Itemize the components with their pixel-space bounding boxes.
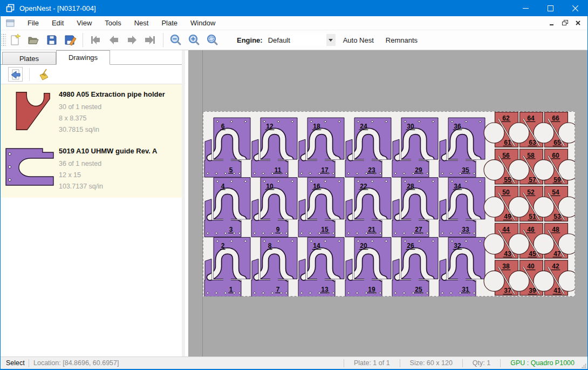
- svg-text:13: 13: [321, 286, 329, 293]
- engine-dropdown-button[interactable]: [326, 34, 336, 46]
- svg-text:8: 8: [268, 242, 272, 250]
- status-qty: Qty: 1: [467, 359, 496, 367]
- zoom-in-button[interactable]: [185, 32, 203, 48]
- resize-grip[interactable]: [580, 357, 587, 369]
- svg-text:10: 10: [266, 183, 274, 190]
- menu-edit[interactable]: Edit: [45, 17, 70, 29]
- menu-bar: File Edit View Tools Nest Plate Window: [1, 16, 587, 30]
- list-item[interactable]: 5019 A10 UHMW guide Rev. A 36 of 1 neste…: [1, 141, 182, 198]
- svg-text:14: 14: [313, 242, 320, 250]
- nest-canvas[interactable]: 6512111817242330293635431091615222128273…: [188, 50, 587, 356]
- drawing-nested: 36 of 1 nested: [59, 158, 157, 170]
- svg-text:30: 30: [407, 123, 414, 130]
- panel-toolbar: [1, 65, 182, 84]
- remnants-button[interactable]: Remnants: [381, 33, 422, 47]
- zoom-out-button[interactable]: [167, 32, 185, 48]
- engine-label: Engine:: [237, 36, 263, 44]
- red-part-row[interactable]: 626164636665: [484, 112, 575, 147]
- main-toolbar: Engine: Default Auto Nest Remnants: [1, 30, 587, 50]
- svg-text:3: 3: [229, 226, 233, 233]
- clean-button[interactable]: [37, 67, 51, 82]
- list-item[interactable]: 4980 A05 Extraction pipe holder 30 of 1 …: [1, 84, 182, 141]
- svg-text:9: 9: [276, 226, 280, 233]
- svg-text:22: 22: [360, 183, 367, 190]
- svg-text:64: 64: [527, 115, 535, 122]
- maximize-icon: [548, 5, 553, 11]
- menu-window[interactable]: Window: [184, 17, 222, 29]
- svg-text:45: 45: [529, 250, 536, 258]
- nav-last-button[interactable]: [141, 32, 160, 48]
- resize-grip-icon: [582, 364, 586, 368]
- svg-text:53: 53: [553, 213, 561, 220]
- svg-text:59: 59: [553, 176, 561, 184]
- svg-text:12: 12: [266, 123, 274, 130]
- save-as-button[interactable]: [61, 32, 79, 48]
- nav-prev-button[interactable]: [105, 32, 123, 48]
- svg-text:48: 48: [552, 226, 559, 233]
- red-part-row[interactable]: 504952515453: [484, 186, 575, 221]
- mdi-system-icon[interactable]: [6, 19, 15, 27]
- svg-text:57: 57: [529, 176, 536, 184]
- plate-view[interactable]: 6512111817242330293635431091615222128273…: [203, 111, 575, 297]
- svg-text:7: 7: [276, 286, 280, 293]
- mdi-minimize-button[interactable]: [546, 18, 557, 28]
- app-icon: [6, 4, 15, 12]
- svg-text:18: 18: [313, 123, 320, 130]
- save-as-icon: [64, 33, 77, 46]
- nav-next-icon: [126, 33, 139, 46]
- minimize-button[interactable]: [513, 0, 538, 16]
- app-window: OpenNest - [N0317-004] File Edit View To…: [0, 0, 588, 370]
- svg-text:31: 31: [462, 286, 469, 293]
- mdi-restore-icon: [562, 20, 568, 26]
- save-button[interactable]: [43, 32, 61, 48]
- menu-file[interactable]: File: [21, 17, 45, 29]
- engine-select[interactable]: Default: [268, 34, 326, 46]
- svg-text:42: 42: [552, 263, 559, 270]
- menu-tools[interactable]: Tools: [98, 17, 127, 29]
- close-button[interactable]: [563, 0, 587, 16]
- auto-nest-button[interactable]: Auto Nest: [339, 33, 378, 47]
- mdi-restore-button[interactable]: [559, 18, 570, 28]
- svg-text:4: 4: [221, 183, 225, 190]
- nav-prev-icon: [107, 33, 120, 46]
- red-part-row[interactable]: 444346454847: [484, 223, 575, 258]
- svg-text:41: 41: [553, 287, 561, 294]
- menu-plate[interactable]: Plate: [155, 17, 184, 29]
- mdi-minimize-icon: [549, 21, 555, 26]
- svg-text:49: 49: [504, 213, 511, 220]
- nav-first-icon: [89, 33, 102, 46]
- toolbar-grip[interactable]: [2, 33, 6, 47]
- svg-text:26: 26: [407, 242, 414, 250]
- svg-text:50: 50: [502, 189, 510, 196]
- svg-text:43: 43: [504, 250, 511, 258]
- drawing-area: 30.7815 sq/in: [59, 124, 165, 136]
- mdi-close-icon: [576, 21, 580, 25]
- open-button[interactable]: [24, 32, 43, 48]
- new-document-icon: [9, 33, 22, 46]
- status-size: Size: 60 x 120: [405, 359, 458, 367]
- svg-text:15: 15: [321, 226, 329, 233]
- drawing-size: 12 x 15: [59, 170, 157, 181]
- red-part-row[interactable]: 565558576059: [484, 149, 575, 184]
- svg-text:34: 34: [454, 183, 461, 190]
- window-title: OpenNest - [N0317-004]: [19, 4, 513, 12]
- svg-text:47: 47: [553, 250, 561, 258]
- zoom-fit-icon: [206, 33, 219, 46]
- part-thumbnail-purple: [5, 147, 54, 186]
- mdi-close-button[interactable]: [572, 18, 583, 28]
- save-icon: [45, 33, 58, 46]
- nav-first-button[interactable]: [86, 32, 105, 48]
- import-back-icon: [10, 69, 22, 80]
- import-back-button[interactable]: [8, 67, 23, 82]
- svg-text:39: 39: [529, 287, 536, 294]
- tab-plates[interactable]: Plates: [2, 52, 56, 64]
- nav-next-button[interactable]: [123, 32, 141, 48]
- status-location: Location: [84.8696, 60.6957]: [33, 359, 339, 367]
- menu-view[interactable]: View: [70, 17, 98, 29]
- zoom-fit-button[interactable]: [203, 32, 222, 48]
- tab-drawings[interactable]: Drawings: [56, 50, 110, 65]
- new-button[interactable]: [6, 32, 24, 48]
- red-part-row[interactable]: 383740394241: [484, 260, 575, 295]
- menu-nest[interactable]: Nest: [128, 17, 155, 29]
- maximize-button[interactable]: [538, 0, 563, 16]
